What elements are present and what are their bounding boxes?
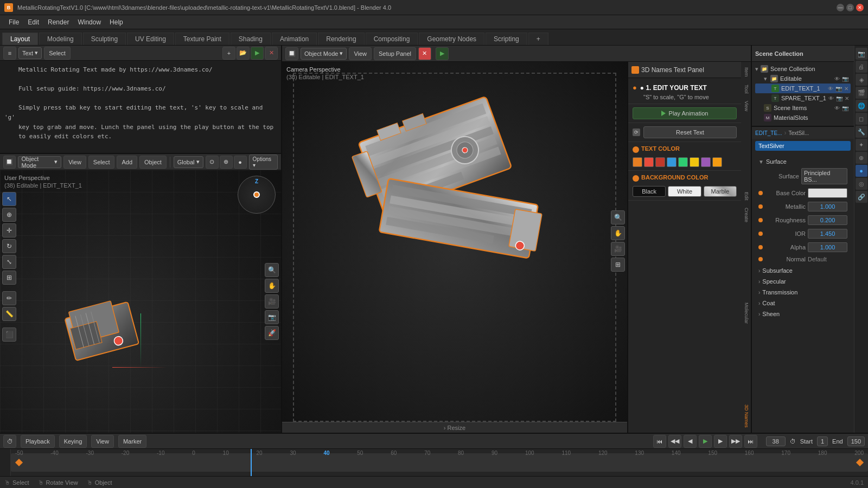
scale-tool[interactable]: ⤡: [2, 255, 16, 269]
modifier-icon[interactable]: 🔧: [856, 126, 867, 138]
timeline-playhead[interactable]: [251, 449, 252, 476]
color-swatch-blue[interactable]: [667, 157, 676, 167]
edit-text-1-item[interactable]: T EDIT_TEXT_1 👁 📷 ✕: [755, 84, 851, 93]
view-dropdown[interactable]: View: [91, 435, 114, 448]
play-btn[interactable]: ▶: [699, 435, 712, 448]
data-properties-icon[interactable]: ◎: [856, 178, 867, 190]
output-properties-icon[interactable]: 🖨: [856, 61, 867, 73]
roughness-value[interactable]: 0.200: [808, 215, 847, 225]
timeline-ruler[interactable]: -50 -40 -30 -20 -10 0 10 20 30 40 50 60 …: [11, 449, 868, 476]
tab-edit[interactable]: Edit: [742, 189, 750, 204]
tab-layout[interactable]: Layout: [2, 33, 38, 45]
current-frame[interactable]: 38: [766, 436, 786, 446]
tab-texture-paint[interactable]: Texture Paint: [175, 33, 229, 45]
specular-header[interactable]: › Specular: [755, 276, 851, 287]
tab-uv-editing[interactable]: UV Editing: [127, 33, 174, 45]
cam-zoom-tool[interactable]: 🔍: [611, 210, 625, 224]
navigation-gizmo[interactable]: Z: [238, 176, 276, 214]
menu-edit[interactable]: Edit: [23, 15, 43, 29]
text-new-icon[interactable]: +: [222, 47, 235, 60]
ior-value[interactable]: 1.450: [808, 229, 847, 239]
transmission-header[interactable]: › Transmission: [755, 287, 851, 298]
menu-help[interactable]: Help: [105, 15, 127, 29]
spare-eye[interactable]: 👁: [828, 95, 834, 101]
material-name[interactable]: TextSilver: [755, 141, 851, 151]
jump-end-btn[interactable]: ⏭: [744, 435, 757, 448]
editable-item[interactable]: ▾ 📁 Editable 👁 📷: [755, 74, 851, 84]
next-frame-btn[interactable]: ▶: [714, 435, 727, 448]
tab-rendering[interactable]: Rendering: [318, 33, 364, 45]
editable-render[interactable]: 📷: [842, 76, 848, 82]
particle-icon[interactable]: ✦: [856, 139, 867, 151]
tab-create[interactable]: Create: [742, 204, 750, 226]
marker-dropdown[interactable]: Marker: [118, 435, 146, 448]
coat-header[interactable]: › Coat: [755, 298, 851, 309]
viewport-view-btn[interactable]: View: [63, 156, 86, 169]
menu-window[interactable]: Window: [73, 15, 105, 29]
cam-fly-tool[interactable]: 🎥: [611, 242, 625, 256]
tab-compositing[interactable]: Compositing: [366, 33, 418, 45]
text-run-icon[interactable]: ▶: [251, 47, 264, 60]
pan-tool[interactable]: ✋: [265, 279, 279, 293]
view-layer-icon[interactable]: ◈: [856, 74, 867, 86]
annotate-tool[interactable]: ✏: [2, 291, 16, 305]
next-keyframe-btn[interactable]: ▶▶: [729, 435, 742, 448]
color-swatch-green[interactable]: [678, 157, 688, 167]
minimize-button[interactable]: —: [837, 4, 844, 11]
transform-tool[interactable]: ⊞: [2, 271, 16, 285]
close-button[interactable]: ✕: [856, 4, 864, 11]
prev-keyframe-btn[interactable]: ◀◀: [668, 435, 681, 448]
cam-pan-tool[interactable]: ✋: [611, 226, 625, 240]
cursor-tool[interactable]: ⊕: [2, 208, 16, 222]
tab-geometry-nodes[interactable]: Geometry Nodes: [419, 33, 484, 45]
tab-view[interactable]: View: [742, 98, 750, 114]
breadcrumb-material[interactable]: TextSil...: [788, 130, 809, 136]
object-properties-icon[interactable]: ◻: [856, 113, 867, 125]
spare-text-1-item[interactable]: T SPARE_TEXT_1 👁 📷 ✕: [755, 93, 851, 103]
menu-file[interactable]: File: [4, 15, 23, 29]
viewport-shading-icon[interactable]: ●: [234, 156, 247, 169]
viewport-add-btn[interactable]: Add: [117, 156, 137, 169]
add-cube-tool[interactable]: ⬛: [2, 328, 16, 342]
text-mode-dropdown[interactable]: Text ▾: [18, 47, 42, 59]
render-region-tool[interactable]: 📷: [265, 310, 279, 324]
cam-snap-tool[interactable]: ⊞: [611, 258, 625, 272]
text1-eye[interactable]: 👁: [828, 86, 833, 92]
spare-close[interactable]: ✕: [845, 95, 849, 101]
rotate-tool[interactable]: ↻: [2, 239, 16, 253]
play-animation-button[interactable]: Play Animation: [633, 107, 737, 119]
camera-view-tool[interactable]: 🎥: [265, 294, 279, 309]
camera-view-btn[interactable]: View: [349, 47, 372, 60]
color-swatch-purple[interactable]: [701, 157, 711, 167]
viewport-mode-dropdown[interactable]: Object Mode ▾: [18, 156, 62, 168]
tab-add[interactable]: +: [528, 33, 548, 45]
tab-molecular[interactable]: Molecular: [742, 299, 750, 327]
subsurface-header[interactable]: › Subsurface: [755, 265, 851, 276]
menu-render[interactable]: Render: [43, 15, 73, 29]
bg-black-button[interactable]: Black: [633, 186, 666, 197]
scene-render[interactable]: 📷: [842, 105, 848, 111]
jump-start-btn[interactable]: ⏮: [653, 435, 666, 448]
viewport-overlay-icon[interactable]: ⊙: [206, 156, 219, 169]
reset-text-button[interactable]: Reset Text: [643, 126, 737, 138]
measure-tool[interactable]: 📏: [2, 307, 16, 321]
base-color-swatch[interactable]: [808, 188, 847, 198]
physics-icon[interactable]: ⊕: [856, 152, 867, 164]
text-select-btn[interactable]: Select: [44, 47, 71, 60]
text-close-icon[interactable]: ✕: [265, 47, 278, 60]
material-icon-side[interactable]: ●: [856, 165, 867, 177]
editable-eye[interactable]: 👁: [834, 76, 840, 82]
tab-sculpting[interactable]: Sculpting: [83, 33, 126, 45]
material-slots-item[interactable]: M MaterialSlots: [755, 113, 851, 123]
spare-render[interactable]: 📷: [836, 95, 843, 101]
global-dropdown[interactable]: Global ▾: [174, 156, 203, 168]
breadcrumb-edit[interactable]: EDIT_TE...: [755, 130, 782, 136]
tab-animation[interactable]: Animation: [272, 33, 317, 45]
viewport-object-btn[interactable]: Object: [139, 156, 167, 169]
bg-marble-button[interactable]: Marble: [704, 186, 737, 197]
tab-shading[interactable]: Shading: [231, 33, 271, 45]
text1-close[interactable]: ✕: [844, 86, 848, 92]
constraints-icon[interactable]: 🔗: [856, 191, 867, 203]
maximize-button[interactable]: □: [846, 4, 854, 11]
viewport-select-btn[interactable]: Select: [88, 156, 115, 169]
